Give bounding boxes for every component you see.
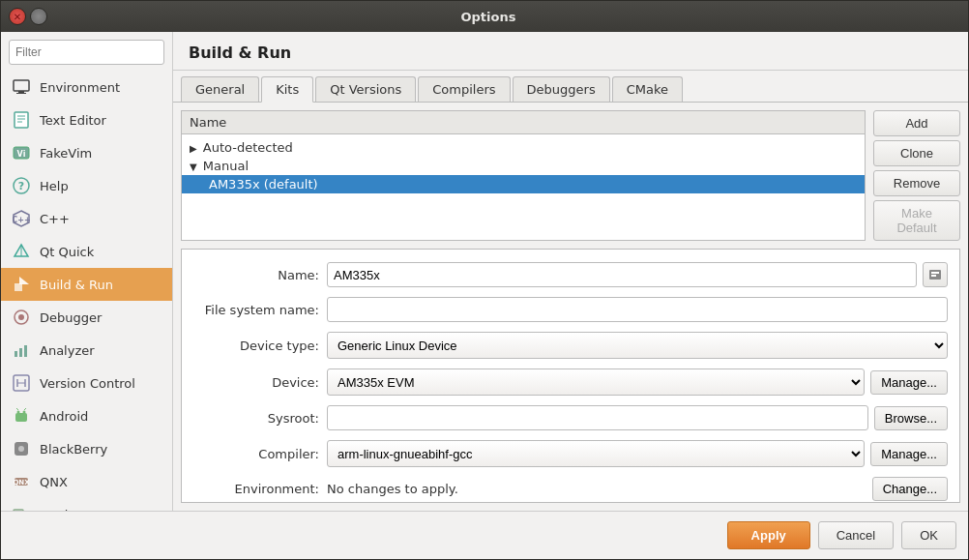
sidebar-item-devices[interactable]: Devices	[1, 498, 172, 511]
sysroot-label: Sysroot:	[193, 411, 319, 426]
main-content: Build & Run General Kits Qt Versions Com…	[173, 32, 968, 511]
device-type-select[interactable]: Generic Linux Device	[327, 332, 948, 359]
sidebar-item-text-editor[interactable]: Text Editor	[1, 103, 172, 136]
sidebar-item-cpp[interactable]: C++ C++	[1, 202, 172, 235]
tab-qt-versions[interactable]: Qt Versions	[315, 76, 416, 102]
version-control-icon	[11, 372, 32, 394]
svg-text:?: ?	[18, 180, 24, 192]
sidebar-item-help[interactable]: ? Help	[1, 169, 172, 202]
compiler-select[interactable]: arm-linux-gnueabihf-gcc	[327, 440, 865, 467]
cpp-icon: C++	[11, 208, 32, 229]
options-window: ✕ Options Environment	[0, 0, 969, 560]
filter-input[interactable]	[9, 40, 164, 65]
tree-item-am335x[interactable]: AM335x (default)	[182, 175, 865, 193]
sidebar-item-qt-quick[interactable]: Qt Quick	[1, 235, 172, 268]
window-controls: ✕	[9, 8, 47, 25]
build-icon	[11, 274, 32, 295]
device-type-control: Generic Linux Device	[327, 332, 948, 359]
tab-general[interactable]: General	[181, 76, 259, 102]
sidebar-item-label: FakeVim	[40, 146, 92, 161]
sidebar-item-qnx[interactable]: QNX QNX	[1, 465, 172, 498]
make-default-button: Make Default	[873, 200, 960, 241]
svg-rect-20	[19, 348, 22, 357]
form-row-compiler: Compiler: arm-linux-gnueabihf-gcc Manage…	[182, 435, 959, 472]
tab-kits[interactable]: Kits	[261, 76, 313, 103]
svg-rect-15	[15, 283, 22, 291]
tabs-bar: General Kits Qt Versions Compilers Debug…	[173, 71, 968, 103]
form-row-device-type: Device type: Generic Linux Device	[182, 327, 959, 364]
svg-rect-38	[931, 272, 939, 274]
analyzer-icon	[11, 339, 32, 361]
sysroot-browse-button[interactable]: Browse...	[874, 406, 948, 430]
apply-button[interactable]: Apply	[727, 521, 810, 549]
kits-tree: ▶ Auto-detected ▼ Manual AM335x (default…	[182, 134, 865, 197]
svg-text:QNX: QNX	[13, 479, 30, 486]
device-control: AM335x EVM Manage...	[327, 368, 948, 396]
sidebar-item-label: Help	[40, 179, 69, 193]
tab-cmake[interactable]: CMake	[612, 76, 683, 102]
filesystem-label: File system name:	[193, 303, 319, 317]
close-icon: ✕	[14, 12, 21, 22]
sidebar-item-blackberry[interactable]: BlackBerry	[1, 432, 172, 465]
filesystem-control	[327, 297, 948, 322]
kits-list-header: Name	[182, 111, 865, 134]
form-row-filesystem: File system name:	[182, 292, 959, 327]
sidebar-item-environment[interactable]: Environment	[1, 71, 172, 103]
svg-rect-39	[931, 275, 936, 277]
sysroot-input[interactable]	[327, 405, 868, 430]
svg-line-29	[16, 408, 18, 410]
sidebar-item-label: Build & Run	[40, 278, 113, 292]
name-input[interactable]	[327, 262, 917, 287]
device-label: Device:	[193, 375, 319, 390]
tab-debuggers[interactable]: Debuggers	[513, 76, 610, 102]
blackberry-icon	[11, 438, 32, 459]
ok-button[interactable]: OK	[901, 521, 956, 549]
compiler-manage-button[interactable]: Manage...	[870, 442, 948, 466]
kits-buttons: Add Clone Remove Make Default	[873, 110, 960, 241]
collapsed-arrow-icon: ▶	[190, 143, 197, 154]
sidebar-item-android[interactable]: Android	[1, 399, 172, 432]
add-button[interactable]: Add	[873, 110, 960, 136]
svg-point-27	[17, 411, 20, 414]
compiler-label: Compiler:	[193, 447, 319, 461]
close-button[interactable]: ✕	[9, 8, 26, 25]
clone-button[interactable]: Clone	[873, 140, 960, 166]
sidebar-item-build-run[interactable]: Build & Run	[1, 268, 172, 301]
sidebar-item-analyzer[interactable]: Analyzer	[1, 334, 172, 367]
name-icon-button[interactable]	[923, 262, 948, 287]
cancel-button[interactable]: Cancel	[818, 521, 894, 549]
sidebar-item-debugger[interactable]: Debugger	[1, 301, 172, 334]
tab-compilers[interactable]: Compilers	[418, 76, 510, 102]
filesystem-input[interactable]	[327, 297, 948, 322]
sidebar-item-version-control[interactable]: Version Control	[1, 367, 172, 399]
sidebar-list: Environment Text Editor Vi FakeVim	[1, 71, 172, 511]
svg-point-18	[18, 314, 24, 320]
remove-button[interactable]: Remove	[873, 170, 960, 196]
sidebar-item-label: Version Control	[40, 376, 135, 391]
svg-line-30	[24, 408, 26, 410]
sidebar-item-label: Qt Quick	[40, 245, 94, 259]
page-title: Build & Run	[173, 32, 968, 71]
svg-rect-19	[15, 351, 17, 357]
sidebar-item-fakevim[interactable]: Vi FakeVim	[1, 136, 172, 169]
form-row-name: Name:	[182, 257, 959, 292]
devices-icon	[11, 504, 32, 511]
help-icon: ?	[11, 175, 32, 196]
filter-box	[1, 32, 172, 71]
form-row-environment: Environment: No changes to apply. Change…	[182, 472, 959, 503]
svg-text:C++: C++	[13, 216, 30, 224]
sidebar-item-label: Analyzer	[40, 343, 95, 358]
kits-top: Name ▶ Auto-detected ▼ Manual AM	[181, 110, 960, 241]
minimize-button[interactable]	[30, 8, 47, 25]
fakevim-icon: Vi	[11, 142, 32, 163]
svg-rect-0	[14, 80, 29, 91]
environment-change-button[interactable]: Change...	[872, 477, 948, 501]
device-select[interactable]: AM335x EVM	[327, 368, 865, 396]
device-type-label: Device type:	[193, 339, 319, 353]
sidebar-item-label: Android	[40, 409, 88, 424]
name-label: Name:	[193, 268, 319, 282]
device-manage-button[interactable]: Manage...	[870, 370, 948, 395]
svg-text:Vi: Vi	[17, 150, 26, 159]
compiler-control: arm-linux-gnueabihf-gcc Manage...	[327, 440, 948, 467]
sidebar-item-label: C++	[40, 212, 70, 226]
